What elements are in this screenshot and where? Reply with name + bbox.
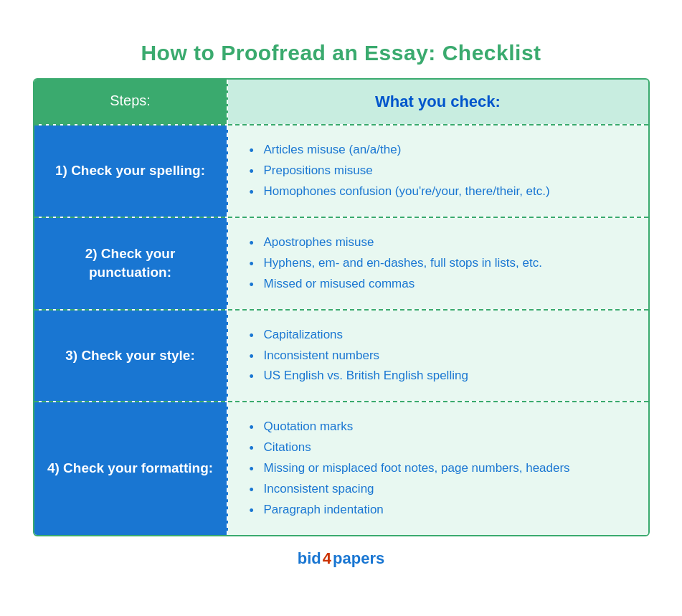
check-cell-1: Articles misuse (an/a/the) Prepositions … bbox=[228, 125, 648, 217]
checklist-table: Steps: What you check: 1) Check your spe… bbox=[33, 78, 650, 536]
table-row: 1) Check your spelling: Articles misuse … bbox=[34, 124, 648, 217]
list-item: Homophones confusion (you're/your, there… bbox=[250, 181, 627, 202]
footer-bid-text: bid bbox=[298, 549, 321, 568]
check-list-2: Apostrophes misuse Hyphens, em- and en-d… bbox=[250, 232, 627, 295]
check-list-1: Articles misuse (an/a/the) Prepositions … bbox=[250, 140, 627, 202]
step-label-3: 3) Check your style: bbox=[65, 346, 195, 366]
table-row: 3) Check your style: Capitalizations Inc… bbox=[34, 309, 648, 402]
check-cell-3: Capitalizations Inconsistent numbers US … bbox=[228, 311, 648, 402]
list-item: Articles misuse (an/a/the) bbox=[250, 140, 627, 161]
list-item: US English vs. British English spelling bbox=[250, 366, 627, 387]
list-item: Missing or misplaced foot notes, page nu… bbox=[250, 458, 627, 479]
table-body: 1) Check your spelling: Articles misuse … bbox=[34, 124, 648, 534]
list-item: Apostrophes misuse bbox=[250, 232, 627, 253]
table-header: Steps: What you check: bbox=[34, 80, 648, 124]
step-cell-4: 4) Check your formatting: bbox=[34, 402, 228, 534]
footer-brand: bid 4 papers bbox=[33, 549, 650, 568]
step-cell-2: 2) Check your punctuation: bbox=[34, 218, 228, 309]
list-item: Prepositions misuse bbox=[250, 161, 627, 181]
check-cell-4: Quotation marks Citations Missing or mis… bbox=[228, 402, 648, 534]
list-item: Capitalizations bbox=[250, 325, 627, 346]
table-row: 2) Check your punctuation: Apostrophes m… bbox=[34, 217, 648, 309]
list-item: Paragraph indentation bbox=[250, 500, 627, 521]
footer-four-text: 4 bbox=[323, 549, 331, 568]
check-list-4: Quotation marks Citations Missing or mis… bbox=[250, 417, 627, 520]
footer-papers-text: papers bbox=[333, 549, 384, 568]
list-item: Hyphens, em- and en-dashes, full stops i… bbox=[250, 253, 627, 274]
check-list-3: Capitalizations Inconsistent numbers US … bbox=[250, 325, 627, 387]
list-item: Inconsistent numbers bbox=[250, 346, 627, 366]
page-title: How to Proofread an Essay: Checklist bbox=[33, 41, 650, 65]
list-item: Quotation marks bbox=[250, 417, 627, 437]
step-cell-1: 1) Check your spelling: bbox=[34, 125, 228, 217]
header-steps: Steps: bbox=[34, 80, 228, 124]
step-cell-3: 3) Check your style: bbox=[34, 311, 228, 402]
header-check: What you check: bbox=[228, 80, 648, 124]
list-item: Citations bbox=[250, 437, 627, 458]
step-label-2: 2) Check your punctuation: bbox=[44, 245, 217, 283]
main-container: How to Proofread an Essay: Checklist Ste… bbox=[26, 27, 657, 589]
step-label-4: 4) Check your formatting: bbox=[47, 459, 213, 478]
list-item: Missed or misused commas bbox=[250, 274, 627, 295]
list-item: Inconsistent spacing bbox=[250, 479, 627, 500]
table-row: 4) Check your formatting: Quotation mark… bbox=[34, 401, 648, 534]
step-label-1: 1) Check your spelling: bbox=[55, 161, 205, 181]
check-cell-2: Apostrophes misuse Hyphens, em- and en-d… bbox=[228, 218, 648, 309]
